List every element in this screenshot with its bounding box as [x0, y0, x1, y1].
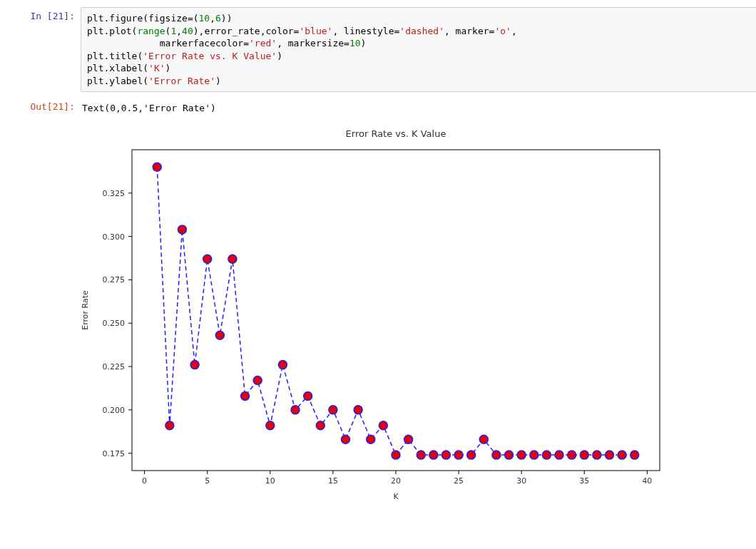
y-tick-label: 0.200: [103, 405, 126, 414]
chart-marker: [429, 451, 438, 459]
y-tick-label: 0.300: [103, 232, 126, 241]
chart-marker: [291, 405, 300, 414]
code-line-4: plt.title('Error Rate vs. K Value'): [87, 51, 282, 61]
x-tick-label: 20: [391, 476, 401, 486]
input-prompt: In [21]:: [7, 7, 81, 26]
chart-marker: [479, 435, 488, 443]
code-line-6: plt.ylabel('Error Rate'): [87, 76, 221, 86]
chart-marker: [618, 451, 626, 459]
chart-marker: [417, 451, 425, 459]
chart-marker: [215, 331, 224, 339]
chart-marker: [467, 451, 476, 459]
chart-marker: [404, 435, 413, 443]
chart-marker: [392, 451, 400, 459]
chart-marker: [278, 360, 287, 369]
chart-marker: [441, 451, 450, 459]
chart-marker: [153, 163, 161, 171]
x-tick-label: 40: [642, 476, 652, 486]
chart-line: [157, 167, 635, 455]
y-tick-label: 0.325: [103, 188, 126, 197]
chart-marker: [530, 451, 538, 459]
x-tick-label: 30: [516, 476, 526, 486]
x-axis-label: K: [393, 492, 399, 501]
chart-marker: [379, 421, 387, 429]
y-tick-label: 0.225: [103, 362, 126, 371]
x-tick-label: 10: [265, 476, 275, 486]
chart-marker: [304, 391, 312, 400]
chart-marker: [492, 451, 501, 459]
chart-marker: [606, 451, 614, 459]
chart-marker: [241, 391, 250, 400]
chart-marker: [593, 451, 601, 459]
x-tick-label: 15: [328, 476, 338, 486]
chart-marker: [203, 255, 212, 263]
output-prompt: Out[21]:: [7, 98, 81, 116]
chart-marker: [329, 405, 337, 414]
chart-marker: [555, 451, 563, 459]
chart-marker: [542, 451, 551, 459]
chart-marker: [165, 421, 174, 429]
chart-marker: [580, 451, 588, 459]
chart-marker: [354, 405, 362, 414]
code-block[interactable]: plt.figure(figsize=(10,6)) plt.plot(rang…: [81, 7, 756, 92]
output-text: Text(0,0.5,'Error Rate'): [81, 98, 756, 116]
chart-marker: [178, 225, 186, 233]
x-tick-label: 0: [142, 476, 147, 486]
chart-marker: [454, 451, 463, 459]
code-line-5: plt.xlabel('K'): [87, 63, 170, 73]
x-tick-label: 5: [205, 476, 210, 486]
chart-marker: [517, 451, 526, 459]
y-tick-label: 0.175: [103, 448, 126, 458]
y-axis-label: Error Rate: [81, 290, 90, 330]
chart-marker: [228, 255, 237, 263]
input-cell: In [21]: plt.figure(figsize=(10,6)) plt.…: [7, 7, 756, 92]
code-line-1: plt.figure(figsize=(10,6)): [87, 13, 233, 24]
chart-marker: [266, 421, 275, 429]
chart-marker: [342, 435, 350, 443]
chart-output: Error Rate vs. K Value0510152025303540K0…: [75, 125, 756, 503]
plot-frame: [132, 150, 660, 471]
error-rate-chart: Error Rate vs. K Value0510152025303540K0…: [75, 125, 674, 503]
chart-marker: [316, 421, 325, 429]
x-tick-label: 25: [454, 476, 464, 486]
chart-marker: [505, 451, 514, 459]
chart-marker: [630, 451, 639, 459]
x-tick-label: 35: [579, 476, 589, 486]
chart-title: Error Rate vs. K Value: [346, 128, 446, 139]
chart-marker: [253, 376, 262, 384]
chart-marker: [367, 435, 375, 443]
y-tick-label: 0.275: [103, 275, 126, 284]
chart-marker: [568, 451, 576, 459]
chart-marker: [190, 360, 199, 369]
y-tick-label: 0.250: [103, 319, 126, 328]
output-cell: Out[21]: Text(0,0.5,'Error Rate'): [7, 98, 756, 116]
code-line-3: markerfacecolor='red', markersize=10): [87, 38, 366, 48]
code-line-2: plt.plot(range(1,40),error_rate,color='b…: [87, 26, 517, 36]
